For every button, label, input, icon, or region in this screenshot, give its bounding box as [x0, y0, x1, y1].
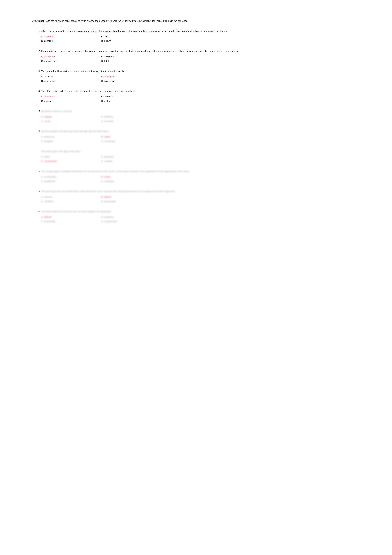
question-10: The friend asked me to do for him, but t… [41, 210, 360, 223]
question-7: The drama got to the age of the news.A. … [41, 149, 360, 163]
directions-text2: word by searching for context clues in t… [133, 19, 188, 22]
question-text-3: The general public didn't care about the… [41, 69, 357, 73]
answer-2-1: B. ambiguous [101, 55, 360, 58]
answer-3-2: C. suspicious [41, 79, 101, 83]
answer-10-3: D. compromise [101, 219, 360, 223]
answer-2-0: A. provisional [41, 55, 101, 58]
answer-5-3: D. shouting [101, 119, 360, 123]
question-2: Even under tremendous public pressure, t… [41, 49, 360, 63]
key-word-3: apathetic [97, 70, 107, 73]
answers-6: A. asked outB. calledC. droppedD. connec… [41, 135, 360, 143]
key-word-4: expedite [66, 90, 75, 92]
answer-1-3: D. helped [101, 39, 360, 43]
answer-2-2: C. unnecessary [41, 59, 101, 63]
answer-6-0: A. asked out [41, 135, 101, 139]
question-9: The attorneys were not certain they coul… [41, 190, 360, 203]
answers-8: A. comfortableB. visibleC. insufficientD… [41, 175, 360, 183]
answer-5-2: C. crying [41, 119, 101, 123]
answer-7-1: B. approach [101, 155, 360, 159]
answer-1-2: C. cheered [41, 39, 101, 43]
answer-10-2: C. personality [41, 219, 101, 223]
answer-7-2: C. complicated [41, 159, 101, 163]
answer-3-0: A. enraged [41, 75, 101, 79]
answers-10: A. attitudeB. repetitionC. personalityD.… [41, 215, 360, 223]
question-text-8: The suspect gave a detailed submission f… [41, 169, 357, 173]
answer-7-3: D. suitable [101, 159, 360, 163]
answer-2-3: D. total [101, 59, 360, 63]
question-4: The attorney wanted to expedite the proc… [41, 89, 360, 103]
key-word-2: tentative [183, 50, 192, 52]
answer-8-1: B. visible [101, 175, 360, 179]
directions-label: Directions: [32, 19, 44, 22]
answers-9: A. decisionB. appealC. confidentD. disco… [41, 195, 360, 203]
answer-4-1: B. evaluate [101, 95, 360, 99]
directions: Directions: Read the following sentences… [32, 19, 360, 23]
answer-4-0: A. accelerate [41, 95, 101, 99]
question-8: The suspect gave a detailed submission f… [41, 169, 360, 183]
questions-list: When Katya refused to lie to her parents… [41, 29, 360, 223]
answer-8-0: A. comfortable [41, 175, 101, 179]
answer-9-1: B. appeal [101, 195, 360, 199]
question-text-10: The friend asked me to do for him, but t… [41, 210, 357, 213]
answer-8-2: C. insufficient [41, 179, 101, 183]
answer-9-3: D. discourage [101, 199, 360, 203]
answer-10-1: B. repetition [101, 215, 360, 219]
answers-1: A. excludedB. hurtC. cheeredD. helped [41, 35, 360, 43]
answer-7-0: A. editor [41, 155, 101, 159]
answer-6-1: B. called [101, 135, 360, 139]
question-text-1: When Katya refused to lie to her parents… [41, 29, 357, 33]
answer-6-2: C. dropped [41, 139, 101, 143]
question-text-7: The drama got to the age of the news. [41, 149, 357, 153]
answers-2: A. provisionalB. ambiguousC. unnecessary… [41, 55, 360, 63]
answer-1-0: A. excluded [41, 35, 101, 38]
question-text-2: Even under tremendous public pressure, t… [41, 49, 357, 53]
question-text-9: The attorneys were not certain they coul… [41, 190, 357, 193]
answer-3-1: B. indifferent [101, 75, 360, 79]
answers-7: A. editorB. approachC. complicatedD. sui… [41, 155, 360, 163]
answer-4-3: D. justify [101, 99, 360, 103]
answer-4-2: C. reverse [41, 99, 101, 103]
directions-underline: underlined [122, 19, 133, 22]
question-text-5: My brother drives us crazy by [41, 109, 357, 113]
answer-9-0: A. decision [41, 195, 101, 199]
directions-text: Read the following sentences and try to … [45, 19, 122, 22]
answer-1-1: B. hurt [101, 35, 360, 38]
question-5: My brother drives us crazy by A. singing… [41, 109, 360, 123]
answers-4: A. accelerateB. evaluateC. reverseD. jus… [41, 95, 360, 103]
answer-3-3: D. saddened [101, 79, 360, 83]
answer-9-2: C. confident [41, 199, 101, 203]
key-word-1: ostracized [149, 29, 160, 32]
answers-3: A. enragedB. indifferentC. suspiciousD. … [41, 75, 360, 83]
question-3: The general public didn't care about the… [41, 69, 360, 83]
answer-5-0: A. singing [41, 115, 101, 119]
question-6: blurred question text about go there and… [41, 129, 360, 143]
question-text-4: The attorney wanted to expedite the proc… [41, 89, 357, 93]
question-text-6: blurred question text about go there and… [41, 129, 357, 133]
answer-10-0: A. attitude [41, 215, 101, 219]
answer-6-3: D. connected [101, 139, 360, 143]
answer-5-1: B. whistling [101, 115, 360, 119]
answers-5: A. singingB. whistlingC. cryingD. shouti… [41, 115, 360, 123]
answer-8-3: D. contempt [101, 179, 360, 183]
question-1: When Katya refused to lie to her parents… [41, 29, 360, 43]
